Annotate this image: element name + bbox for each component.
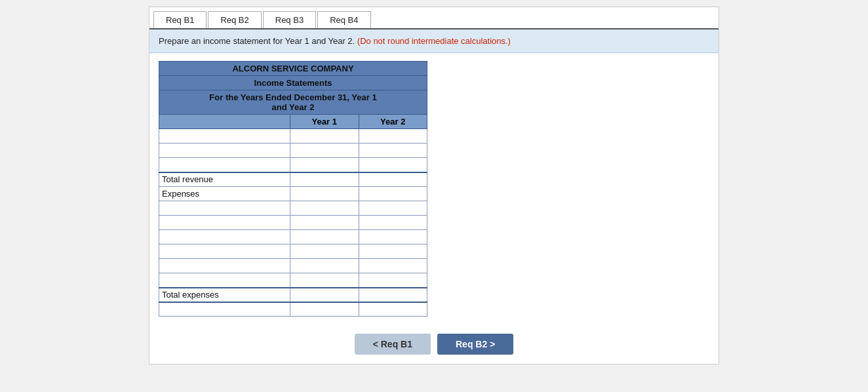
col-year2-header: Year 2: [359, 115, 427, 129]
revenue-item-2-label: [159, 144, 290, 158]
expense-item-6-label: [159, 273, 290, 288]
prev-button[interactable]: < Req B1: [355, 334, 431, 355]
table-row: [159, 230, 427, 245]
net-income-year1-input[interactable]: [293, 305, 356, 314]
expense-item-3-label: [159, 230, 290, 245]
revenue-item-2-year1[interactable]: [290, 144, 359, 158]
revenue-item-1-year1[interactable]: [290, 129, 359, 144]
expense-item-5-label: [159, 259, 290, 273]
total-expenses-year1-input[interactable]: [293, 290, 356, 300]
period-row: For the Years Ended December 31, Year 1a…: [159, 90, 427, 115]
instruction-text: Prepare an income statement for Year 1 a…: [149, 29, 719, 53]
instruction-note: (Do not round intermediate calculations.…: [357, 36, 511, 46]
col-year1-header: Year 1: [290, 115, 359, 129]
expenses-label: Expenses: [159, 187, 290, 201]
expense-item-4-year1-input[interactable]: [293, 247, 356, 256]
table-row: [159, 201, 427, 216]
tab-req-b3[interactable]: Req B3: [263, 11, 316, 28]
expense-item-2-year1[interactable]: [290, 216, 359, 230]
subtitle-cell: Income Statements: [159, 76, 427, 90]
tab-bar: Req B1 Req B2 Req B3 Req B4: [149, 7, 719, 29]
expense-item-3-year1[interactable]: [290, 230, 359, 245]
tab-req-b2[interactable]: Req B2: [208, 11, 261, 28]
expenses-year1-empty: [290, 187, 359, 201]
expense-item-1-year2-input[interactable]: [362, 204, 425, 213]
expense-item-6-year1-input[interactable]: [293, 276, 356, 285]
expense-item-3-year2[interactable]: [359, 230, 427, 245]
expense-item-5-year2-input[interactable]: [362, 262, 425, 271]
table-row: [159, 216, 427, 230]
revenue-item-1-year1-input[interactable]: [293, 132, 356, 141]
revenue-item-1-year2[interactable]: [359, 129, 427, 144]
revenue-item-3-year2-input[interactable]: [362, 161, 425, 170]
revenue-item-3-year1[interactable]: [290, 158, 359, 172]
expense-item-2-year2[interactable]: [359, 216, 427, 230]
expense-item-1-year1-input[interactable]: [293, 204, 356, 213]
net-income-year1[interactable]: [290, 302, 359, 317]
net-income-year2-input[interactable]: [362, 305, 425, 314]
total-expenses-row: Total expenses: [159, 288, 427, 302]
table-area: ALCORN SERVICE COMPANY Income Statements…: [149, 53, 719, 324]
expense-item-4-year2[interactable]: [359, 245, 427, 259]
revenue-item-1-label: [159, 129, 290, 144]
total-revenue-year2[interactable]: [359, 172, 427, 187]
total-expenses-year2[interactable]: [359, 288, 427, 302]
table-row: [159, 273, 427, 288]
expense-item-4-year1[interactable]: [290, 245, 359, 259]
revenue-item-2-year2[interactable]: [359, 144, 427, 158]
net-income-year2[interactable]: [359, 302, 427, 317]
revenue-item-3-year1-input[interactable]: [293, 161, 356, 170]
income-statement-table: ALCORN SERVICE COMPANY Income Statements…: [159, 61, 427, 317]
expense-item-5-year1-input[interactable]: [293, 262, 356, 271]
expense-item-2-year2-input[interactable]: [362, 218, 425, 227]
table-row: [159, 144, 427, 158]
total-revenue-row: Total revenue: [159, 172, 427, 187]
next-button[interactable]: Req B2 >: [437, 334, 513, 355]
col-header-row: Year 1 Year 2: [159, 115, 427, 129]
total-expenses-year2-input[interactable]: [362, 290, 425, 300]
expense-item-6-year2[interactable]: [359, 273, 427, 288]
table-row: [159, 259, 427, 273]
tab-req-b1[interactable]: Req B1: [153, 11, 207, 28]
revenue-item-3-label: [159, 158, 290, 172]
expense-item-4-year2-input[interactable]: [362, 247, 425, 256]
expense-item-3-year2-input[interactable]: [362, 233, 425, 242]
revenue-item-3-year2[interactable]: [359, 158, 427, 172]
expense-item-6-year2-input[interactable]: [362, 276, 425, 285]
net-income-label: [159, 302, 290, 317]
company-name-cell: ALCORN SERVICE COMPANY: [159, 62, 427, 76]
total-revenue-year1[interactable]: [290, 172, 359, 187]
main-container: Req B1 Req B2 Req B3 Req B4 Prepare an i…: [149, 7, 719, 364]
expense-item-6-year1[interactable]: [290, 273, 359, 288]
instruction-main: Prepare an income statement for Year 1 a…: [159, 36, 357, 46]
revenue-item-2-year1-input[interactable]: [293, 146, 356, 155]
expenses-section-row: Expenses: [159, 187, 427, 201]
expense-item-5-year2[interactable]: [359, 259, 427, 273]
expense-item-5-year1[interactable]: [290, 259, 359, 273]
net-income-row: [159, 302, 427, 317]
total-revenue-label: Total revenue: [159, 172, 290, 187]
expense-item-1-label: [159, 201, 290, 216]
table-row: [159, 245, 427, 259]
total-revenue-year1-input[interactable]: [293, 175, 356, 184]
expense-item-1-year2[interactable]: [359, 201, 427, 216]
revenue-item-1-year2-input[interactable]: [362, 132, 425, 141]
expenses-year2-empty: [359, 187, 427, 201]
expense-item-3-year1-input[interactable]: [293, 233, 356, 242]
expense-item-2-label: [159, 216, 290, 230]
table-row: [159, 158, 427, 172]
tab-req-b4[interactable]: Req B4: [317, 11, 370, 28]
expense-item-4-label: [159, 245, 290, 259]
subtitle-row: Income Statements: [159, 76, 427, 90]
total-expenses-year1[interactable]: [290, 288, 359, 302]
company-name-row: ALCORN SERVICE COMPANY: [159, 62, 427, 76]
expense-item-1-year1[interactable]: [290, 201, 359, 216]
table-row: [159, 129, 427, 144]
revenue-item-2-year2-input[interactable]: [362, 146, 425, 155]
total-expenses-label: Total expenses: [159, 288, 290, 302]
total-revenue-year2-input[interactable]: [362, 175, 425, 184]
period-cell: For the Years Ended December 31, Year 1a…: [159, 90, 427, 115]
col-label-empty: [159, 115, 290, 129]
expense-item-2-year1-input[interactable]: [293, 218, 356, 227]
nav-buttons: < Req B1 Req B2 >: [149, 324, 719, 364]
